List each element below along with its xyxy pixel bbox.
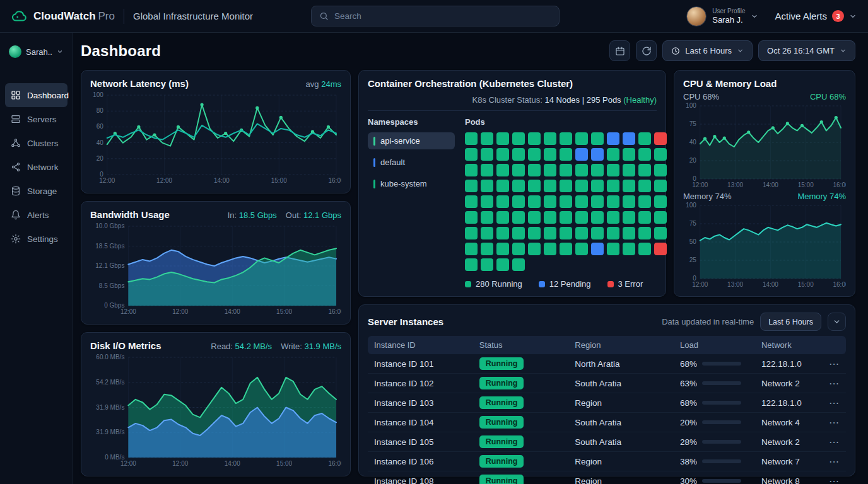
pod-running[interactable] [544, 227, 556, 239]
row-menu-button[interactable]: ⋯ [822, 354, 846, 374]
pod-running[interactable] [481, 258, 493, 271]
pod-running[interactable] [481, 132, 493, 145]
pod-running[interactable] [623, 195, 635, 208]
pod-running[interactable] [560, 227, 572, 239]
pod-running[interactable] [496, 148, 509, 161]
pod-running[interactable] [560, 164, 572, 176]
table-range-button[interactable]: Last 6 Hours [760, 313, 821, 331]
pod-running[interactable] [496, 180, 509, 192]
pod-running[interactable] [654, 164, 667, 176]
sidebar-item-servers[interactable]: Servers [5, 107, 67, 131]
pod-running[interactable] [528, 195, 541, 208]
pod-error[interactable] [654, 132, 667, 145]
pod-running[interactable] [465, 258, 478, 271]
pod-running[interactable] [512, 180, 525, 192]
pod-running[interactable] [575, 195, 588, 208]
pod-pending[interactable] [591, 148, 604, 161]
pod-running[interactable] [575, 132, 588, 145]
pod-running[interactable] [607, 180, 619, 192]
pod-running[interactable] [496, 258, 509, 271]
pod-running[interactable] [623, 180, 635, 192]
row-menu-button[interactable]: ⋯ [822, 413, 846, 432]
pod-running[interactable] [528, 132, 541, 145]
pod-running[interactable] [512, 243, 525, 255]
pod-running[interactable] [496, 164, 509, 176]
pod-running[interactable] [496, 227, 509, 239]
pod-running[interactable] [638, 227, 651, 239]
pod-running[interactable] [481, 148, 493, 161]
pod-running[interactable] [465, 148, 478, 161]
pod-running[interactable] [465, 195, 478, 208]
user-profile[interactable]: User Profile Sarah J. [686, 6, 758, 26]
row-menu-button[interactable]: ⋯ [822, 393, 846, 413]
time-range-selector[interactable]: Last 6 Hours [662, 40, 753, 61]
pod-running[interactable] [638, 243, 651, 255]
row-menu-button[interactable]: ⋯ [822, 374, 846, 393]
pod-running[interactable] [560, 211, 572, 224]
pod-running[interactable] [607, 164, 619, 176]
pod-running[interactable] [575, 211, 588, 224]
pod-running[interactable] [481, 180, 493, 192]
pod-running[interactable] [607, 148, 619, 161]
pod-running[interactable] [528, 148, 541, 161]
pod-pending[interactable] [591, 243, 604, 255]
row-menu-button[interactable]: ⋯ [822, 432, 846, 452]
pod-running[interactable] [465, 227, 478, 239]
namespace-kube-system[interactable]: kube-system [368, 175, 455, 192]
pod-running[interactable] [560, 132, 572, 145]
pod-running[interactable] [481, 195, 493, 208]
pod-running[interactable] [544, 132, 556, 145]
sidebar-user[interactable]: Sarah.. [5, 44, 67, 59]
pod-running[interactable] [465, 164, 478, 176]
table-dropdown-button[interactable] [828, 313, 846, 331]
sidebar-item-dashboard[interactable]: Dashboard [5, 83, 67, 107]
pod-running[interactable] [623, 227, 635, 239]
pod-running[interactable] [465, 243, 478, 255]
pod-running[interactable] [607, 243, 619, 255]
pod-running[interactable] [544, 180, 556, 192]
pod-running[interactable] [638, 211, 651, 224]
pod-running[interactable] [496, 132, 509, 145]
pod-running[interactable] [638, 195, 651, 208]
pod-running[interactable] [623, 243, 635, 255]
pod-running[interactable] [607, 195, 619, 208]
pod-running[interactable] [654, 195, 667, 208]
pod-running[interactable] [528, 164, 541, 176]
pod-running[interactable] [528, 243, 541, 255]
search-input[interactable] [334, 11, 551, 21]
pod-running[interactable] [654, 180, 667, 192]
refresh-button[interactable] [636, 40, 657, 61]
pod-running[interactable] [575, 164, 588, 176]
sidebar-item-storage[interactable]: Storage [5, 179, 67, 203]
pod-running[interactable] [560, 148, 572, 161]
pod-running[interactable] [591, 195, 604, 208]
row-menu-button[interactable]: ⋯ [822, 452, 846, 471]
pod-running[interactable] [512, 195, 525, 208]
pod-running[interactable] [654, 211, 667, 224]
pod-running[interactable] [638, 164, 651, 176]
pod-running[interactable] [607, 211, 619, 224]
pod-running[interactable] [496, 195, 509, 208]
pod-running[interactable] [638, 132, 651, 145]
pod-running[interactable] [544, 164, 556, 176]
pod-pending[interactable] [607, 132, 619, 145]
pod-running[interactable] [560, 243, 572, 255]
pod-running[interactable] [512, 164, 525, 176]
pod-running[interactable] [623, 211, 635, 224]
pod-running[interactable] [496, 243, 509, 255]
pod-running[interactable] [623, 164, 635, 176]
pod-pending[interactable] [623, 132, 635, 145]
pod-pending[interactable] [575, 148, 588, 161]
pod-running[interactable] [654, 227, 667, 239]
pod-running[interactable] [465, 132, 478, 145]
sidebar-item-network[interactable]: Network [5, 155, 67, 179]
pod-running[interactable] [591, 164, 604, 176]
timestamp-selector[interactable]: Oct 26 16:14 GMT [758, 40, 855, 61]
active-alerts[interactable]: Active Alerts 3 [775, 10, 857, 22]
sidebar-item-alerts[interactable]: Alerts [5, 203, 67, 227]
pod-running[interactable] [512, 132, 525, 145]
pod-running[interactable] [560, 180, 572, 192]
pod-running[interactable] [638, 148, 651, 161]
pod-running[interactable] [465, 180, 478, 192]
pod-running[interactable] [623, 148, 635, 161]
